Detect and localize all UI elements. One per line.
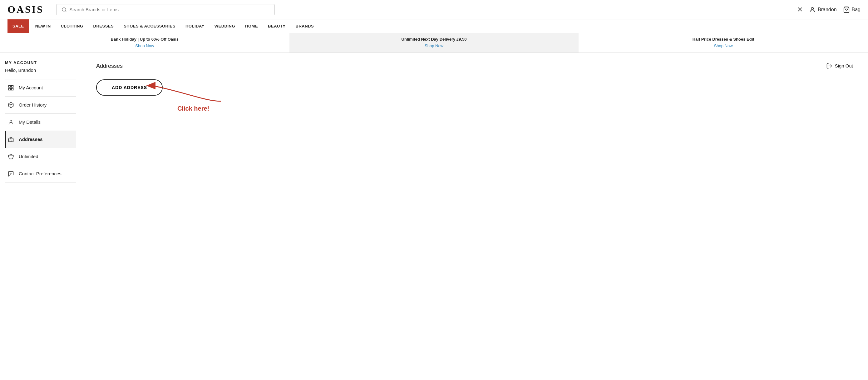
promo-item-1: Bank Holiday | Up to 60% Off Oasis Shop … xyxy=(0,33,289,53)
user-icon-sidebar xyxy=(7,119,14,126)
svg-rect-10 xyxy=(10,140,12,142)
user-area[interactable]: Brandon xyxy=(809,6,837,13)
promo-item-2: Unlimited Next Day Delivery £9.50 Shop N… xyxy=(289,33,579,53)
sidebar-item-contact-prefs[interactable]: Contact Preferences xyxy=(5,165,76,182)
promo-link-3[interactable]: Shop Now xyxy=(714,43,733,48)
sidebar-item-unlimited[interactable]: Unlimited xyxy=(5,148,76,165)
annotation-area: ADD ADDRESS Click here! xyxy=(96,79,163,96)
logo[interactable]: OASIS xyxy=(7,4,44,15)
page-title: Addresses xyxy=(96,63,123,69)
bag-area[interactable]: Bag xyxy=(843,6,861,13)
sidebar: MY ACCOUNT Hello, Brandon My Account xyxy=(0,53,81,240)
bag-label: Bag xyxy=(852,7,861,12)
nav-item-wedding[interactable]: WEDDING xyxy=(210,19,240,33)
sidebar-item-label-order-history: Order History xyxy=(19,102,46,108)
promo-title-2: Unlimited Next Day Delivery £9.50 xyxy=(402,37,467,41)
nav-item-holiday[interactable]: HOLIDAY xyxy=(181,19,210,33)
nav-item-sale[interactable]: SALE xyxy=(7,19,29,33)
nav-item-clothing[interactable]: CLOTHING xyxy=(56,19,88,33)
search-bar[interactable] xyxy=(56,4,275,15)
nav-item-shoes[interactable]: SHOES & ACCESSORIES xyxy=(119,19,181,33)
nav-item-home[interactable]: HOME xyxy=(240,19,263,33)
nav-item-new-in[interactable]: NEW IN xyxy=(30,19,56,33)
box-icon xyxy=(7,101,14,109)
sidebar-item-label-contact-prefs: Contact Preferences xyxy=(19,171,62,176)
promo-bar: Bank Holiday | Up to 60% Off Oasis Shop … xyxy=(0,33,868,53)
main-nav: SALE NEW IN CLOTHING DRESSES SHOES & ACC… xyxy=(0,19,868,33)
promo-title-1: Bank Holiday | Up to 60% Off Oasis xyxy=(111,37,179,41)
sidebar-menu: My Account Order History xyxy=(5,79,76,182)
svg-point-9 xyxy=(10,120,12,122)
header: OASIS ✕ Brandon Bag xyxy=(0,0,868,19)
svg-point-11 xyxy=(11,139,11,139)
svg-point-0 xyxy=(62,7,66,11)
sidebar-item-label-my-account: My Account xyxy=(19,85,43,90)
content-area: Addresses Sign Out ADD ADDRESS Click xyxy=(81,53,868,240)
search-input[interactable] xyxy=(69,7,270,12)
svg-rect-4 xyxy=(9,85,11,87)
sign-out-label: Sign Out xyxy=(835,63,853,68)
diamond-icon xyxy=(7,153,14,160)
promo-link-1[interactable]: Shop Now xyxy=(135,43,154,48)
sign-out-icon xyxy=(826,63,832,69)
svg-text:Click here!: Click here! xyxy=(177,105,209,112)
header-right: ✕ Brandon Bag xyxy=(797,6,861,14)
sidebar-item-label-addresses: Addresses xyxy=(19,137,43,142)
svg-point-2 xyxy=(811,7,813,9)
sidebar-item-my-details[interactable]: My Details xyxy=(5,113,76,130)
bag-icon xyxy=(843,6,850,13)
sidebar-item-addresses[interactable]: Addresses xyxy=(5,130,76,148)
sidebar-item-label-my-details: My Details xyxy=(19,119,40,125)
home-icon xyxy=(7,136,14,143)
add-address-button[interactable]: ADD ADDRESS xyxy=(96,79,163,96)
svg-marker-12 xyxy=(8,154,14,159)
svg-rect-7 xyxy=(11,88,13,90)
nav-item-beauty[interactable]: BEAUTY xyxy=(263,19,290,33)
nav-item-brands[interactable]: BRANDS xyxy=(291,19,319,33)
sidebar-item-my-account[interactable]: My Account xyxy=(5,79,76,96)
main-content: MY ACCOUNT Hello, Brandon My Account xyxy=(0,53,868,240)
svg-rect-6 xyxy=(9,88,11,90)
user-icon-header xyxy=(809,6,816,13)
search-icon xyxy=(62,7,67,12)
close-icon[interactable]: ✕ xyxy=(797,6,803,14)
chat-icon xyxy=(7,170,14,177)
sidebar-item-order-history[interactable]: Order History xyxy=(5,96,76,113)
sign-out-button[interactable]: Sign Out xyxy=(826,63,853,69)
promo-link-2[interactable]: Shop Now xyxy=(425,43,443,48)
svg-rect-5 xyxy=(11,85,13,87)
user-name: Brandon xyxy=(818,7,837,12)
grid-icon xyxy=(7,84,14,91)
content-header: Addresses Sign Out xyxy=(96,63,853,79)
promo-item-3: Half Price Dresses & Shoes Edit Shop Now xyxy=(579,33,868,53)
sidebar-title: MY ACCOUNT xyxy=(5,60,76,65)
svg-line-1 xyxy=(65,11,66,11)
sidebar-item-label-unlimited: Unlimited xyxy=(19,154,38,159)
promo-title-3: Half Price Dresses & Shoes Edit xyxy=(692,37,754,41)
nav-item-dresses[interactable]: DRESSES xyxy=(88,19,119,33)
sidebar-greeting: Hello, Brandon xyxy=(5,67,76,73)
